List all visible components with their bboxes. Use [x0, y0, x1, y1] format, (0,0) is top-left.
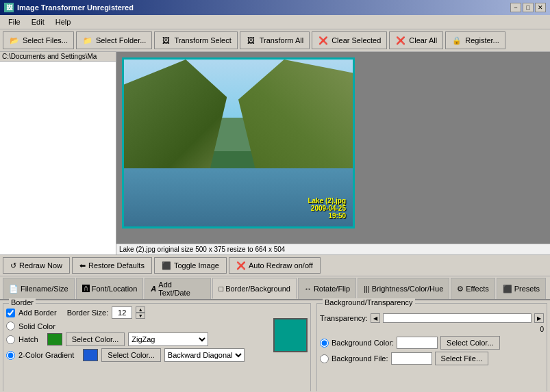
clear-selected-button[interactable]: ❌ Clear Selected	[312, 31, 387, 49]
border-section: Border Add Border Border Size: ▲ ▼	[3, 303, 311, 391]
bg-color-radio[interactable]	[320, 339, 329, 348]
hatch-label: Hatch	[18, 335, 38, 343]
toolbar: 📂 Select Files... 📁 Select Folder... 🖼 T…	[0, 29, 550, 52]
gradient-color-swatch[interactable]	[83, 349, 98, 361]
bg-file-radio[interactable]	[320, 354, 329, 363]
tab-font-location[interactable]: 🅰 Font/Location	[76, 278, 144, 299]
toggle-icon: ⬛	[162, 261, 171, 270]
bg-color-input[interactable]	[397, 337, 438, 349]
transform-select-button[interactable]: 🖼 Transform Select	[154, 31, 237, 49]
options-panel: Border Add Border Border Size: ▲ ▼	[0, 300, 550, 391]
register-button[interactable]: 🔒 Register...	[445, 31, 505, 49]
tabs-bar: 📄 Filename/Size 🅰 Font/Location A Add Te…	[0, 276, 550, 300]
background-section: Background/Transparency Transparency: ◀ …	[316, 303, 547, 391]
minimize-button[interactable]: −	[510, 3, 521, 12]
tab-filename-size[interactable]: 📄 Filename/Size	[3, 278, 75, 299]
transparency-left-arrow[interactable]: ◀	[371, 313, 380, 323]
redraw-icon: ↺	[10, 261, 16, 270]
tab-rotate-icon: ↔	[304, 285, 312, 293]
bottom-panel: ↺ Redraw Now ⬅ Restore Defaults ⬛ Toggle…	[0, 254, 550, 391]
bg-file-label: Background File:	[332, 354, 388, 363]
maximize-button[interactable]: □	[523, 3, 534, 12]
border-section-title: Border	[9, 298, 36, 306]
tab-effects-icon: ⚙	[457, 285, 464, 293]
transparency-right-arrow[interactable]: ▶	[534, 313, 544, 323]
add-border-label: Add Border	[18, 309, 57, 317]
border-size-input[interactable]	[112, 306, 132, 319]
app-icon: 🖼	[4, 3, 14, 12]
bg-select-file-button[interactable]: Select File...	[435, 352, 489, 365]
solid-color-label: Solid Color	[18, 322, 55, 330]
auto-redraw-button[interactable]: ❌ Auto Redraw on/off	[229, 257, 321, 274]
transparency-value: 0	[540, 326, 544, 333]
select-files-icon: 📂	[9, 35, 20, 46]
select-folder-button[interactable]: 📁 Select Folder...	[76, 31, 152, 49]
border-size-spinner: ▲ ▼	[136, 306, 145, 319]
solid-color-radio[interactable]	[6, 322, 15, 330]
toggle-image-button[interactable]: ⬛ Toggle Image	[154, 257, 227, 274]
auto-redraw-icon: ❌	[236, 261, 246, 270]
bg-select-color-button[interactable]: Select Color...	[440, 336, 499, 350]
border-size-down[interactable]: ▼	[136, 313, 145, 319]
bg-color-label: Background Color:	[332, 339, 394, 347]
clear-all-button[interactable]: ❌ Clear All	[389, 31, 443, 49]
preview-status: Lake (2).jpg original size 500 x 375 res…	[116, 244, 550, 254]
restore-defaults-button[interactable]: ⬅ Restore Defaults	[72, 257, 152, 274]
bg-file-input[interactable]	[391, 352, 432, 365]
hatch-color-swatch[interactable]	[47, 333, 62, 345]
transform-all-icon: 🖼	[246, 35, 257, 46]
tab-presets-icon: ⬛	[503, 285, 512, 293]
select-folder-icon: 📁	[82, 35, 93, 46]
preview-area: Lake (2).jpg 2009-04-25 19:50 Lake (2).j…	[116, 52, 550, 254]
restore-icon: ⬅	[79, 261, 86, 270]
gradient-radio[interactable]	[6, 351, 15, 360]
add-border-checkbox[interactable]	[6, 309, 15, 317]
file-list	[0, 62, 116, 254]
image-label: Lake (2).jpg 2009-04-25 19:50	[308, 197, 346, 220]
border-size-up[interactable]: ▲	[136, 306, 145, 313]
redraw-now-button[interactable]: ↺ Redraw Now	[3, 257, 70, 274]
tab-text-icon: A	[151, 285, 156, 293]
tab-add-text-date[interactable]: A Add Text/Date	[145, 278, 211, 299]
action-buttons: ↺ Redraw Now ⬅ Restore Defaults ⬛ Toggle…	[0, 255, 550, 276]
gradient-label: 2-Color Gradient	[18, 351, 74, 359]
tab-brightness-icon: |||	[364, 285, 370, 293]
hatch-select-color-button[interactable]: Select Color...	[66, 332, 125, 346]
tab-font-icon: 🅰	[82, 285, 90, 293]
preview-image: Lake (2).jpg 2009-04-25 19:50	[124, 60, 353, 226]
tab-border-background[interactable]: □ Border/Background	[212, 278, 296, 299]
clear-all-icon: ❌	[395, 35, 406, 46]
transform-select-icon: 🖼	[160, 35, 171, 46]
tab-brightness-color-hue[interactable]: ||| Brightness/Color/Hue	[358, 278, 449, 299]
select-files-button[interactable]: 📂 Select Files...	[3, 31, 74, 49]
hatch-pattern-select[interactable]: ZigZag Forward Diagonal Backward Diagona…	[128, 332, 208, 346]
menu-edit[interactable]: Edit	[26, 16, 50, 27]
transparency-slider-track[interactable]	[383, 313, 532, 323]
window-title: Image Transformer Unregistered	[17, 3, 134, 12]
tab-effects[interactable]: ⚙ Effects	[451, 278, 495, 299]
transparency-label: Transparency:	[320, 314, 368, 322]
clear-selected-icon: ❌	[318, 35, 329, 46]
hatch-radio[interactable]	[6, 335, 15, 344]
border-size-label: Border Size:	[67, 309, 109, 317]
background-section-title: Background/Transparency	[323, 298, 415, 306]
tab-rotate-flip[interactable]: ↔ Rotate/Flip	[298, 278, 356, 299]
preview-image-container: Lake (2).jpg 2009-04-25 19:50	[122, 57, 355, 228]
close-button[interactable]: ✕	[535, 3, 546, 12]
border-color-preview	[273, 318, 308, 352]
gradient-pattern-select[interactable]: Forward Diagonal Backward Diagonal Horiz…	[164, 348, 245, 362]
menu-bar: File Edit Help	[0, 15, 550, 29]
title-bar: 🖼 Image Transformer Unregistered − □ ✕	[0, 0, 550, 15]
menu-file[interactable]: File	[3, 16, 26, 27]
gradient-select-color-button[interactable]: Select Color...	[101, 348, 160, 362]
tab-filename-icon: 📄	[9, 285, 18, 293]
file-path: C:\Documents and Settings\Ma	[0, 52, 116, 62]
transform-all-button[interactable]: 🖼 Transform All	[240, 31, 310, 49]
tab-border-icon: □	[218, 285, 223, 293]
menu-help[interactable]: Help	[50, 16, 77, 27]
register-icon: 🔒	[451, 35, 462, 46]
tab-presets[interactable]: ⬛ Presets	[497, 278, 546, 299]
